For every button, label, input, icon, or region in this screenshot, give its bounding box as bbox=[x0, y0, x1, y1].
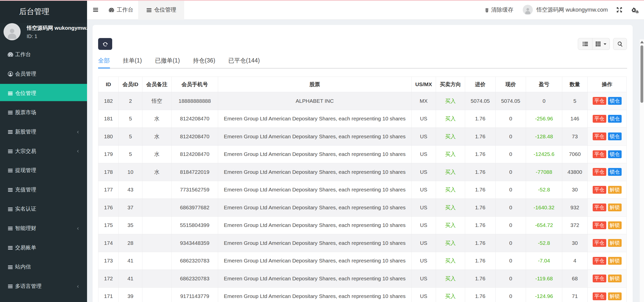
list-icon bbox=[7, 264, 14, 270]
unlock-position-button[interactable]: 解锁 bbox=[608, 186, 622, 194]
cell-stock: Emeren Group Ltd American Depositary Sha… bbox=[218, 234, 412, 252]
cell-entry: 1.76 bbox=[465, 110, 496, 128]
cell-qty: 146 bbox=[562, 110, 588, 128]
close-position-button[interactable]: 平仓 bbox=[593, 132, 606, 140]
cell-direction: 买入 bbox=[436, 92, 465, 110]
sidebar-item-4[interactable]: 新股管理 bbox=[0, 122, 87, 142]
lock-position-button[interactable]: 锁仓 bbox=[608, 150, 622, 158]
cell-stock: Emeren Group Ltd American Depositary Sha… bbox=[218, 270, 412, 288]
sidebar-item-5[interactable]: 大宗交易 bbox=[0, 141, 87, 161]
nav-tab-workbench[interactable]: 工作台 bbox=[104, 0, 138, 20]
lock-position-button[interactable]: 锁仓 bbox=[608, 132, 622, 140]
column-header-4: 股票 bbox=[218, 77, 412, 92]
unlock-position-button[interactable]: 解锁 bbox=[608, 239, 622, 247]
settings-button[interactable] bbox=[631, 7, 638, 13]
lock-position-button[interactable]: 锁仓 bbox=[608, 97, 622, 105]
table-row-179: 1795水8124208470Emeren Group Ltd American… bbox=[98, 145, 627, 163]
filter-tab-4[interactable]: 已平仓(144) bbox=[228, 54, 260, 69]
sidebar-item-2[interactable]: 仓位管理 bbox=[0, 83, 87, 103]
close-position-button[interactable]: 平仓 bbox=[593, 221, 606, 229]
cell-member_id: 41 bbox=[119, 270, 142, 288]
top-navbar: 工作台 仓位管理 清除缓存 悟空源码网 wukongymw.com bbox=[87, 0, 644, 20]
close-position-button[interactable]: 平仓 bbox=[593, 292, 606, 300]
cell-remark: 水 bbox=[142, 163, 172, 181]
unlock-position-button[interactable]: 解锁 bbox=[608, 275, 622, 282]
close-position-button[interactable]: 平仓 bbox=[593, 239, 606, 247]
table-row-182: 1822悟空18888888888ALPHABET INCMX买入5074.05… bbox=[98, 92, 627, 110]
close-position-button[interactable]: 平仓 bbox=[593, 97, 606, 105]
lock-position-button[interactable]: 锁仓 bbox=[608, 115, 622, 123]
cell-remark bbox=[142, 199, 172, 217]
unlock-position-button[interactable]: 解锁 bbox=[608, 292, 622, 300]
cell-qty: 71 bbox=[562, 287, 588, 302]
search-button[interactable] bbox=[613, 38, 627, 50]
fullscreen-button[interactable] bbox=[616, 6, 623, 13]
column-header-9: 盈亏 bbox=[526, 77, 562, 92]
cell-remark: 水 bbox=[142, 110, 172, 128]
table-row-176: 176376863977682Emeren Group Ltd American… bbox=[98, 199, 627, 217]
nav-tab-positions[interactable]: 仓位管理 bbox=[138, 0, 184, 20]
sidebar-item-11[interactable]: 站内信 bbox=[0, 257, 87, 277]
close-position-button[interactable]: 平仓 bbox=[593, 186, 606, 194]
filter-tab-3[interactable]: 持仓(36) bbox=[193, 54, 215, 69]
lock-position-button[interactable]: 锁仓 bbox=[608, 168, 622, 176]
clear-cache-button[interactable]: 清除缓存 bbox=[485, 6, 513, 14]
filter-tab-2[interactable]: 已撤单(1) bbox=[155, 54, 180, 69]
cell-member_id: 5 bbox=[119, 145, 142, 163]
sidebar-item-3[interactable]: 股票市场 bbox=[0, 103, 87, 122]
sidebar-item-1[interactable]: 会员管理 bbox=[0, 64, 87, 84]
sidebar-item-8[interactable]: 实名认证 bbox=[0, 199, 87, 219]
vertical-scrollbar[interactable] bbox=[640, 39, 644, 302]
filter-tab-0[interactable]: 全部 bbox=[98, 54, 110, 69]
sidebar-item-0[interactable]: 工作台 bbox=[0, 45, 87, 64]
filter-tab-1[interactable]: 挂单(1) bbox=[123, 54, 142, 69]
close-position-button[interactable]: 平仓 bbox=[593, 204, 606, 211]
columns-dropdown-button[interactable] bbox=[592, 38, 610, 50]
scrollbar-thumb[interactable] bbox=[640, 45, 643, 103]
cell-market: US bbox=[412, 270, 436, 288]
list-icon bbox=[7, 148, 14, 154]
navbar-user-menu[interactable]: 悟空源码网 wukongymw.com bbox=[536, 6, 608, 14]
cell-remark bbox=[142, 287, 172, 302]
scrollbar-up-arrow[interactable] bbox=[640, 41, 644, 43]
sidebar-item-6[interactable]: 提现管理 bbox=[0, 161, 87, 180]
sidebar-item-10[interactable]: 交易账单 bbox=[0, 238, 87, 257]
cell-stock: Emeren Group Ltd American Depositary Sha… bbox=[218, 110, 412, 128]
cell-stock: Emeren Group Ltd American Depositary Sha… bbox=[218, 216, 412, 234]
cell-current: 0 bbox=[496, 163, 526, 181]
close-position-button[interactable]: 平仓 bbox=[593, 115, 606, 123]
refresh-button[interactable] bbox=[98, 38, 112, 50]
cell-current: 0 bbox=[496, 252, 526, 270]
unlock-position-button[interactable]: 解锁 bbox=[608, 221, 622, 229]
sidebar-toggle-button[interactable] bbox=[93, 0, 104, 20]
cell-market: US bbox=[412, 110, 436, 128]
cell-pnl: -119.68 bbox=[526, 270, 562, 288]
list-icon bbox=[7, 206, 14, 212]
navbar-avatar[interactable] bbox=[523, 5, 533, 15]
list-icon bbox=[7, 109, 14, 115]
unlock-position-button[interactable]: 解锁 bbox=[608, 204, 622, 211]
close-position-button[interactable]: 平仓 bbox=[593, 168, 606, 176]
unlock-position-button[interactable]: 解锁 bbox=[608, 257, 622, 265]
close-position-button[interactable]: 平仓 bbox=[593, 275, 606, 282]
column-header-5: US/MX bbox=[412, 77, 436, 92]
table-row-171: 171399171143779Emeren Group Ltd American… bbox=[98, 287, 627, 302]
cell-id: 178 bbox=[98, 163, 119, 181]
sidebar-item-9[interactable]: 智能理财 bbox=[0, 219, 87, 238]
close-position-button[interactable]: 平仓 bbox=[593, 257, 606, 265]
cell-direction: 买入 bbox=[436, 163, 465, 181]
cell-member_id: 37 bbox=[119, 199, 142, 217]
table-row-173: 173416862320783Emeren Group Ltd American… bbox=[98, 252, 627, 270]
list-view-button[interactable] bbox=[578, 38, 592, 50]
list-icon bbox=[7, 283, 14, 289]
cell-pnl: -7.04 bbox=[526, 252, 562, 270]
expand-arrows-icon bbox=[616, 6, 623, 13]
trash-icon bbox=[485, 7, 489, 13]
sidebar-item-7[interactable]: 充值管理 bbox=[0, 180, 87, 199]
sidebar-user-panel: 悟空源码网 wukongymw.com ID: 1 bbox=[0, 23, 87, 45]
column-header-3: 会员手机号 bbox=[172, 77, 218, 92]
cell-entry: 1.76 bbox=[465, 252, 496, 270]
close-position-button[interactable]: 平仓 bbox=[593, 150, 606, 158]
sidebar: 后台管理 悟空源码网 wukongymw.com ID: 1 工作台 会员管理 … bbox=[0, 0, 87, 302]
sidebar-item-12[interactable]: 多语言管理 bbox=[0, 277, 87, 296]
